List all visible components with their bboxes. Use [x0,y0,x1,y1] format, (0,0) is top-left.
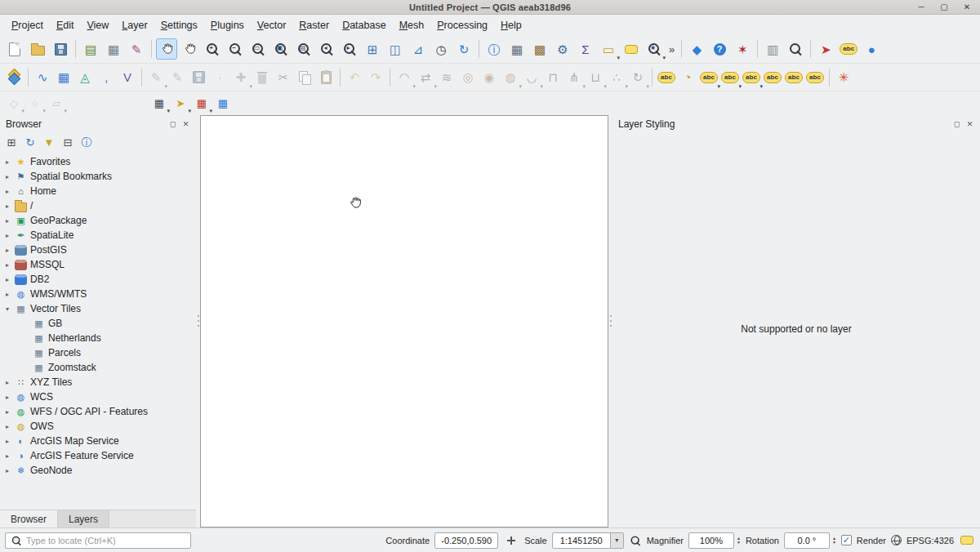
pan-map-button[interactable] [156,38,177,60]
zoom-in-button[interactable]: + [202,38,223,60]
new-project-button[interactable] [4,38,25,60]
add-vector-layer-button[interactable]: ∿ [32,67,53,88]
menu-mesh[interactable]: Mesh [393,17,431,33]
toggle-editing-button[interactable]: ✎ [167,67,188,88]
bug-button[interactable]: ✶ [732,38,753,60]
menu-plugins[interactable]: Plugins [204,17,251,33]
browser-item-geonode[interactable]: ▸❄GeoNode [0,463,196,478]
browser-item-mssql[interactable]: ▸MSSQL [0,257,196,272]
browser-item-xyz-tiles[interactable]: ▸∷XYZ Tiles [0,375,196,390]
browser-item-arcgis-map-service[interactable]: ▸◐ArcGIS Map Service [0,434,196,448]
processing-toolbox-button[interactable]: ⚙ [552,38,573,60]
rectangle-digitize-button[interactable]: ▱▾ [47,95,66,113]
new-spatial-bookmark-button[interactable]: ★▾ [644,38,665,60]
rotate-point-symbols-button[interactable]: ↻▾ [627,67,648,88]
maximize-button[interactable]: ▢ [939,2,949,11]
scale-combo[interactable]: 1:1451250 ▾ [552,532,624,549]
map-tips-button[interactable] [621,38,642,60]
expand-arrow-icon[interactable]: ▸ [3,408,11,416]
menu-layer[interactable]: Layer [115,17,154,33]
dark-grid-button[interactable]: ▦▾ [149,95,169,113]
menu-database[interactable]: Database [336,17,393,33]
zoom-out-button[interactable]: − [225,38,246,60]
zoom-to-selection-button[interactable]: ▣ [270,38,292,60]
gray-grid-button[interactable]: ▥ [762,38,783,60]
save-project-button[interactable] [50,38,71,60]
layer-diagram-options-button[interactable]: ◔ [677,67,698,88]
circular-string-tool-button[interactable]: ◠▾ [394,67,415,88]
vertex-editor-button[interactable]: ∴▾ [606,67,627,88]
menu-vector[interactable]: Vector [251,17,292,33]
refresh-map-button[interactable]: ↻ [453,38,474,60]
add-virtual-layer-button[interactable]: V [117,67,138,88]
expand-arrow-icon[interactable]: ▸ [3,394,11,401]
browser-item-ows[interactable]: ▸◍OWS [0,419,196,434]
minimize-button[interactable]: ─ [916,2,926,11]
merge-features-button[interactable]: ⊔▾ [585,67,606,88]
simplify-feature-button[interactable]: ≋ [436,67,457,88]
magnifier-steppers[interactable]: ▲ ▼ [734,536,741,545]
yellow-cursor-button[interactable]: ➤▾ [171,95,190,113]
browser-item-favorites[interactable]: ▸★Favorites [0,154,196,169]
menu-edit[interactable]: Edit [50,17,81,33]
save-layer-edits-button[interactable] [188,67,209,88]
pan-map-to-selection-button[interactable] [179,38,200,60]
redo-button[interactable]: ↷ [365,67,386,88]
zoom-full-button[interactable]: ▭ [247,38,269,60]
expand-arrow-icon[interactable]: ▸ [3,423,11,430]
move-label-button[interactable]: abc [762,67,783,88]
close-button[interactable]: ✕ [962,2,972,11]
undo-button[interactable]: ↶ [344,67,365,88]
browser-item-spatial-bookmarks[interactable]: ▸⚑Spatial Bookmarks [0,169,196,184]
properties-widget-button[interactable]: ⓘ [78,134,95,150]
paste-features-button[interactable] [315,67,336,88]
field-calculator-button[interactable]: ▩ [529,38,550,60]
browser-item-db2[interactable]: ▸DB2 [0,272,196,287]
add-feature-button[interactable]: ∙ [209,67,230,88]
zoom-next-button[interactable]: ▸ [339,38,360,60]
show-hide-labels-button[interactable]: abc▾ [741,67,762,88]
collapse-all-button[interactable]: ⊟ [60,134,76,150]
filter-browser-button[interactable]: ▼ [41,134,57,150]
scale-value[interactable]: 1:1451250 [552,532,611,549]
browser-item-home[interactable]: ▸⌂Home [0,184,196,198]
cut-features-button[interactable]: ✂ [273,67,294,88]
browser-item-zoomstack[interactable]: ▦Zoomstack [0,360,196,375]
help-button[interactable]: ? [709,38,730,60]
new-3d-map-view-button[interactable]: ◫ [385,38,406,60]
expand-arrow-icon[interactable]: ▸ [3,379,11,386]
toolbar-extension-button[interactable]: » [666,38,677,60]
rotation-value[interactable]: 0.0 ° [784,532,830,549]
extents-toggle-button[interactable] [503,532,519,549]
open-attribute-table-button[interactable]: ▦ [506,38,528,60]
expand-arrow-icon[interactable]: ▸ [3,276,11,283]
open-data-source-manager-button[interactable] [3,67,24,88]
rotation-spinbox[interactable]: 0.0 ° ▲ ▼ [784,532,836,549]
temporal-controller-button[interactable]: ◷ [430,38,452,60]
layer-labeling-options-button[interactable]: abc [656,67,677,88]
color-grid-button[interactable]: ▦▾ [192,95,212,113]
expand-arrow-icon[interactable]: ▾ [3,305,11,313]
refresh-browser-button[interactable]: ↻ [22,134,38,150]
menu-project[interactable]: Project [5,17,50,33]
scale-dropdown-button[interactable]: ▾ [611,532,624,549]
search-layers-button[interactable] [785,38,806,60]
add-selected-layers-button[interactable]: ⊞ [3,134,20,150]
expand-arrow-icon[interactable]: ▸ [3,261,11,269]
locator-input[interactable] [26,536,186,545]
browser-item-wcs[interactable]: ▸◍WCS [0,390,196,404]
expand-arrow-icon[interactable]: ▸ [3,438,11,445]
blue-globe-button[interactable]: ● [861,38,882,60]
new-map-view-button[interactable]: ⊞ [362,38,383,60]
browser-item-gb[interactable]: ▦GB [0,316,196,331]
browser-item-parcels[interactable]: ▦Parcels [0,345,196,360]
add-raster-layer-button[interactable]: ▦ [53,67,74,88]
messages-button[interactable] [959,532,975,549]
fill-ring-button[interactable]: ◍▾ [500,67,521,88]
style-manager-button[interactable]: ✎ [126,38,147,60]
browser-item-postgis[interactable]: ▸PostGIS [0,243,196,257]
expand-arrow-icon[interactable]: ▸ [3,247,11,254]
spin-down-icon[interactable]: ▼ [737,541,741,545]
styling-close-button[interactable]: ✕ [965,119,974,128]
magnifier-value[interactable]: 100% [688,532,734,549]
